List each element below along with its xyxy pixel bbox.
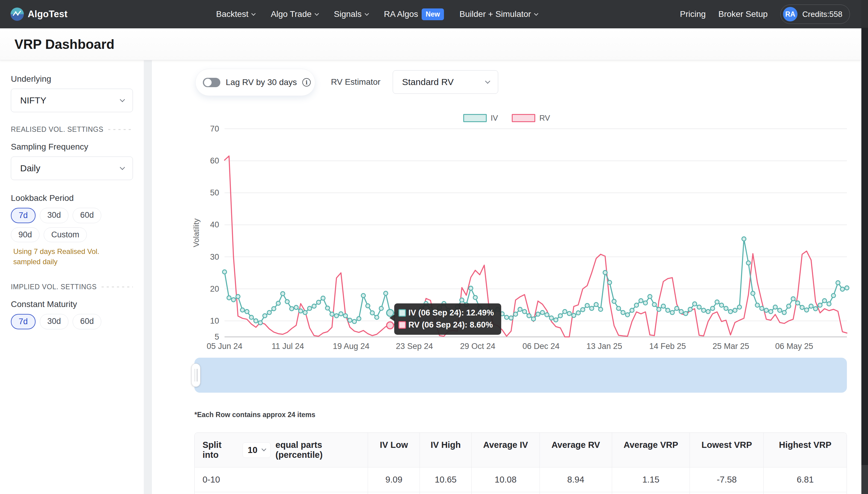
table-row-10-20: 10-2010.6511.4111.007.763.24-6.098.67 <box>195 492 847 494</box>
nav-item-builder-simulator[interactable]: Builder + Simulator <box>460 10 538 19</box>
svg-text:30: 30 <box>210 252 219 262</box>
algotest-logo-icon <box>11 7 24 21</box>
percentile-table: Split into10equal parts (percentile)IV L… <box>194 433 847 494</box>
svg-text:70: 70 <box>210 124 219 133</box>
lookback-pill-30d[interactable]: 30d <box>40 208 68 223</box>
page-scrollbar[interactable] <box>861 0 868 494</box>
main-panel: Lag RV by 30 days i RV Estimator Standar… <box>152 60 861 494</box>
svg-text:29 Oct 24: 29 Oct 24 <box>460 342 495 351</box>
lag-rv-toggle-card: Lag RV by 30 days i <box>195 69 315 96</box>
rv-estimator-select[interactable]: Standard RV <box>393 70 498 94</box>
iv-high-value: 11.41 <box>419 492 471 494</box>
chevron-down-icon <box>251 12 256 16</box>
nav-item-backtest[interactable]: Backtest <box>216 10 255 19</box>
legend-item-iv[interactable]: IV <box>463 113 498 123</box>
chart-tooltip: IV (06 Sep 24): 12.49%RV (06 Sep 24): 8.… <box>394 303 501 335</box>
nav-menu: BacktestAlgo TradeSignalsRA AlgosNewBuil… <box>216 0 538 28</box>
iv-low-value: 9.09 <box>368 468 419 492</box>
chevron-down-icon <box>120 97 125 102</box>
lookback-pill-90d[interactable]: 90d <box>11 227 39 242</box>
average-rv-value: 7.76 <box>539 492 612 494</box>
lookback-pill-7d[interactable]: 7d <box>11 208 36 223</box>
average-iv-value: 11.00 <box>471 492 539 494</box>
svg-text:60: 60 <box>210 156 219 165</box>
svg-text:05 Jun 24: 05 Jun 24 <box>207 342 243 351</box>
account-credits-pill[interactable]: RA Credits:558 <box>780 4 850 24</box>
svg-text:19 Aug 24: 19 Aug 24 <box>333 342 370 351</box>
svg-text:23 Sep 24: 23 Sep 24 <box>396 342 433 351</box>
constant-maturity-label: Constant Maturity <box>11 300 133 309</box>
nav-item-signals[interactable]: Signals <box>334 10 368 19</box>
sampling-frequency-label: Sampling Frequency <box>11 142 133 152</box>
titlebar: VRP Dashboard <box>0 28 861 60</box>
chevron-down-icon <box>315 12 319 16</box>
volatility-chart[interactable]: 510203040506070Volatility05 Jun 2411 Jul… <box>187 124 853 356</box>
column-header-average-rv: Average RV <box>539 433 612 467</box>
nav-item-algo-trade[interactable]: Algo Trade <box>271 10 318 19</box>
tooltip-row-rv: RV (06 Sep 24): 8.60% <box>398 319 494 331</box>
lookback-pill-60d[interactable]: 60d <box>73 208 101 223</box>
nav-link-pricing[interactable]: Pricing <box>680 10 706 19</box>
nav-right: Pricing Broker Setup RA Credits:558 <box>680 0 850 28</box>
table-footnote: *Each Row contains approx 24 items <box>194 411 315 419</box>
maturity-pill-7d[interactable]: 7d <box>11 314 36 329</box>
column-header-lowest-vrp: Lowest VRP <box>690 433 764 467</box>
lag-rv-toggle-label: Lag RV by 30 days <box>226 77 297 87</box>
avatar[interactable]: RA <box>783 7 797 21</box>
chevron-down-icon <box>365 12 369 16</box>
chart-legend: IVRV <box>152 113 861 123</box>
sidebar: Underlying NIFTY REALISED VOL. SETTINGS … <box>0 60 144 494</box>
legend-swatch-rv <box>512 114 535 122</box>
sampling-frequency-value: Daily <box>20 163 40 173</box>
svg-text:11 Jul 24: 11 Jul 24 <box>272 342 304 351</box>
maturity-pill-60d[interactable]: 60d <box>73 314 101 329</box>
credits-label: Credits:558 <box>802 10 842 19</box>
underlying-select[interactable]: NIFTY <box>11 89 133 112</box>
rv-estimator-value: Standard RV <box>402 77 454 87</box>
iv-low-value: 10.65 <box>368 492 419 494</box>
underlying-label: Underlying <box>11 74 133 84</box>
split-count-select[interactable]: 10 <box>243 442 271 458</box>
table-header-row: Split into10equal parts (percentile)IV L… <box>195 433 847 467</box>
scrollbar-thumb[interactable] <box>861 465 868 494</box>
brand-name: AlgoTest <box>28 9 67 20</box>
lookback-period-label: Lookback Period <box>11 193 133 203</box>
lag-rv-toggle[interactable] <box>203 78 220 87</box>
percentile-range: 0-10 <box>195 468 368 492</box>
legend-item-rv[interactable]: RV <box>512 113 550 123</box>
new-badge: New <box>422 8 443 20</box>
tooltip-swatch-iv <box>398 309 406 317</box>
nav-item-ra-algos[interactable]: RA AlgosNew <box>384 8 444 20</box>
svg-text:50: 50 <box>210 188 219 197</box>
dotted-divider <box>108 129 133 130</box>
chart-range-brush[interactable] <box>194 358 847 393</box>
chevron-down-icon <box>485 78 490 83</box>
page-title: VRP Dashboard <box>15 37 115 52</box>
nav-link-broker-setup[interactable]: Broker Setup <box>718 10 768 19</box>
info-icon[interactable]: i <box>302 78 311 87</box>
maturity-pill-30d[interactable]: 30d <box>40 314 68 329</box>
tooltip-row-iv: IV (06 Sep 24): 12.49% <box>398 307 494 319</box>
lookback-pill-custom[interactable]: Custom <box>44 227 87 242</box>
column-header-average-iv: Average IV <box>471 433 539 467</box>
toggle-knob <box>204 79 212 86</box>
lowest-vrp-value: -7.58 <box>690 468 764 492</box>
underlying-value: NIFTY <box>20 95 46 106</box>
chevron-down-icon <box>534 12 538 16</box>
scrollbar-track-top <box>861 0 868 28</box>
column-header-iv-high: IV High <box>419 433 471 467</box>
column-header-average-vrp: Average VRP <box>612 433 690 467</box>
sampling-frequency-select[interactable]: Daily <box>11 156 133 180</box>
percentile-range: 10-20 <box>195 492 368 494</box>
chevron-down-icon <box>120 165 125 170</box>
average-rv-value: 8.94 <box>539 468 612 492</box>
brush-handle[interactable] <box>191 363 200 387</box>
chevron-down-icon <box>262 446 267 452</box>
svg-text:5: 5 <box>215 332 219 341</box>
implied-vol-section-header: IMPLIED VOL. SETTINGS <box>11 283 133 291</box>
svg-text:06 Dec 24: 06 Dec 24 <box>522 342 559 351</box>
brand-group[interactable]: AlgoTest <box>11 0 67 28</box>
average-iv-value: 10.08 <box>471 468 539 492</box>
svg-text:10: 10 <box>210 316 219 325</box>
table-row-0-10: 0-109.0910.6510.088.941.15-7.586.81 <box>195 467 847 492</box>
